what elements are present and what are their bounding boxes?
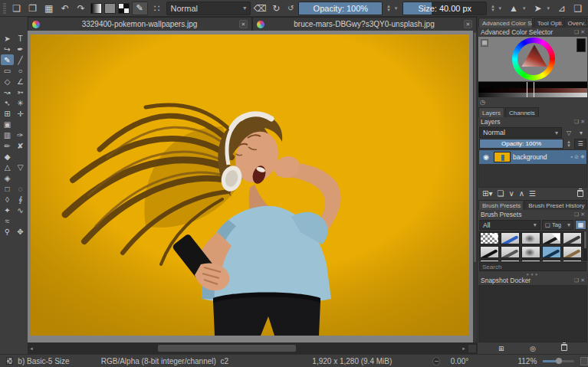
scroll-right-icon[interactable]: ▸	[460, 346, 468, 352]
tool-bezier-select[interactable]: ∿	[14, 205, 27, 215]
move-layer-down-button[interactable]: ∨	[508, 189, 514, 198]
tool-bezier-curve[interactable]: ↝	[1, 87, 14, 97]
brush-preset-5[interactable]	[480, 246, 499, 258]
brush-preset-4[interactable]	[563, 232, 582, 244]
tool-smart-patch[interactable]: ✘	[14, 140, 27, 151]
canvas-horizontal-scrollbar[interactable]: ◂ ▸	[28, 342, 477, 354]
zoom-slider[interactable]	[543, 360, 573, 362]
tool-edit-shapes[interactable]: ↪	[1, 44, 14, 54]
foreground-background-colors[interactable]	[118, 3, 130, 14]
layer-properties-icon[interactable]: ☰	[574, 139, 586, 149]
workspace-chooser-icon[interactable]: ∷	[150, 2, 164, 15]
tool-freehand-brush[interactable]: ✎	[1, 54, 14, 65]
opacity-slider[interactable]: Opacity: 100%	[298, 2, 383, 15]
brush-editor-button[interactable]: ✎	[132, 2, 148, 15]
tab-overview[interactable]: Overv...	[564, 18, 587, 28]
tool-reference-images[interactable]: ◈	[1, 172, 14, 183]
tool-magnetic-select[interactable]: ≈	[1, 215, 14, 226]
remove-snapshot-button[interactable]	[549, 344, 580, 352]
layer-lock-icons[interactable]: ▪ ⊘ ❖	[570, 154, 585, 160]
show-canvas-only-icon[interactable]: ❑	[571, 2, 585, 15]
brush-filter-dropdown[interactable]: All ▾	[479, 220, 540, 230]
brush-grid-scrollbar[interactable]	[583, 231, 587, 261]
blending-mode-dropdown[interactable]: Normal ▾	[166, 2, 251, 15]
tool-text[interactable]: T	[14, 33, 27, 44]
tool-rect-select[interactable]: □	[1, 183, 14, 194]
brush-preset-12[interactable]	[521, 260, 540, 261]
eraser-mode-icon[interactable]: ⌫	[253, 2, 267, 15]
mirror-horizontal-options-icon[interactable]: ▾	[523, 5, 528, 11]
tool-polyline[interactable]: ∠	[14, 76, 27, 87]
tab-brush-presets[interactable]: Brush Presets	[478, 200, 524, 210]
brush-preset-10[interactable]	[480, 260, 499, 261]
tool-polygon-select[interactable]: ◊	[1, 194, 14, 205]
size-spinner[interactable]: ▲▼	[489, 2, 496, 15]
float-docker-icon[interactable]: ❏	[574, 29, 579, 35]
shade-selector[interactable]	[478, 82, 587, 97]
tab-advanced-color-selector[interactable]: Advanced Color Sele...	[478, 18, 533, 28]
tool-ellipse-select[interactable]: ◌	[14, 183, 27, 194]
brush-preset-13[interactable]	[542, 260, 561, 261]
save-icon[interactable]: ▦	[42, 2, 56, 15]
advanced-color-selector[interactable]: ▤	[478, 37, 587, 81]
close-docker-icon[interactable]: ✕	[580, 119, 585, 125]
tool-polygon[interactable]: ◇	[1, 76, 14, 87]
toolbar-grip[interactable]	[3, 2, 6, 15]
float-docker-icon[interactable]: ❏	[574, 119, 579, 125]
layer-visibility-icon[interactable]: ◉	[481, 153, 491, 161]
tool-assistants[interactable]: △	[1, 162, 14, 172]
size-slider[interactable]: Size: 40.00 px	[402, 2, 487, 15]
tool-calligraphy[interactable]: ✒	[14, 44, 27, 54]
mirror-vertical-options-icon[interactable]: ▾	[547, 5, 553, 11]
hue-ring[interactable]	[512, 38, 555, 80]
color-history-icon[interactable]: ◷	[480, 99, 485, 106]
tool-freehand-path[interactable]: ➳	[14, 87, 27, 97]
brush-preset-14[interactable]	[563, 260, 582, 261]
opacity-spinner[interactable]: ▲▼	[385, 2, 392, 15]
tool-zoom[interactable]: ⚲	[1, 226, 14, 237]
float-docker-icon[interactable]: ❏	[574, 277, 579, 283]
tool-rectangle[interactable]: ▭	[1, 65, 14, 76]
move-layer-up-button[interactable]: ∧	[519, 189, 524, 198]
brush-preset-1[interactable]	[501, 232, 520, 244]
layer-filter-icon[interactable]: ▽	[563, 129, 574, 136]
gradient-chooser[interactable]	[90, 3, 102, 14]
brush-search-input[interactable]	[479, 262, 586, 271]
tool-line[interactable]: ╱	[14, 54, 27, 65]
close-docker-icon[interactable]: ✕	[580, 29, 585, 35]
tool-transform[interactable]: ⊞	[1, 108, 14, 119]
tab-tool-options[interactable]: Tool Opti...	[534, 18, 563, 28]
layer-blend-dropdown[interactable]: Normal ▾	[479, 127, 562, 138]
brush-preset-0[interactable]	[480, 232, 499, 244]
canvas-area[interactable]	[28, 31, 473, 342]
layer-opacity-slider[interactable]: Opacity: 100%	[479, 139, 563, 149]
color-selector-settings-icon[interactable]: ▤	[481, 39, 488, 47]
brush-preset-6[interactable]	[501, 246, 520, 258]
brush-preset-2[interactable]	[521, 232, 540, 244]
brush-preset-3[interactable]	[542, 232, 561, 244]
close-docker-icon[interactable]: ✕	[580, 211, 585, 218]
presets-view-mode-icon[interactable]: ▦	[575, 220, 586, 230]
hscroll-thumb[interactable]	[158, 345, 296, 352]
wrap-around-icon[interactable]: ⊿	[555, 2, 569, 15]
opacity-options-icon[interactable]: ▾	[395, 5, 400, 11]
layer-opacity-spinner[interactable]: ▲▼	[565, 139, 573, 149]
snapshot-list[interactable]	[478, 285, 587, 342]
close-tab-icon[interactable]: ✕	[239, 20, 248, 28]
brush-preset-9[interactable]	[563, 246, 582, 258]
tool-pan[interactable]: ✥	[14, 226, 27, 237]
zoom-slider-knob[interactable]	[556, 358, 562, 364]
tag-button[interactable]: ▢ Tag ▾	[542, 220, 573, 230]
reset-values-icon[interactable]: ↺	[285, 2, 296, 15]
size-options-icon[interactable]: ▾	[499, 5, 504, 11]
tool-select-shapes[interactable]: ➤	[1, 33, 14, 44]
brush-preset-8[interactable]	[542, 246, 561, 258]
delete-layer-button[interactable]	[577, 190, 583, 197]
tool-similar-select[interactable]: ✦	[1, 205, 14, 215]
tool-dynamic-brush[interactable]: ➴	[1, 97, 14, 108]
duplicate-layer-button[interactable]: ❏	[497, 189, 504, 198]
tool-fill[interactable]: ◆	[1, 151, 14, 162]
zoom-fit-icon[interactable]	[580, 357, 588, 365]
add-layer-button[interactable]: ⊞▾	[482, 189, 492, 198]
close-docker-icon[interactable]: ✕	[580, 277, 585, 283]
